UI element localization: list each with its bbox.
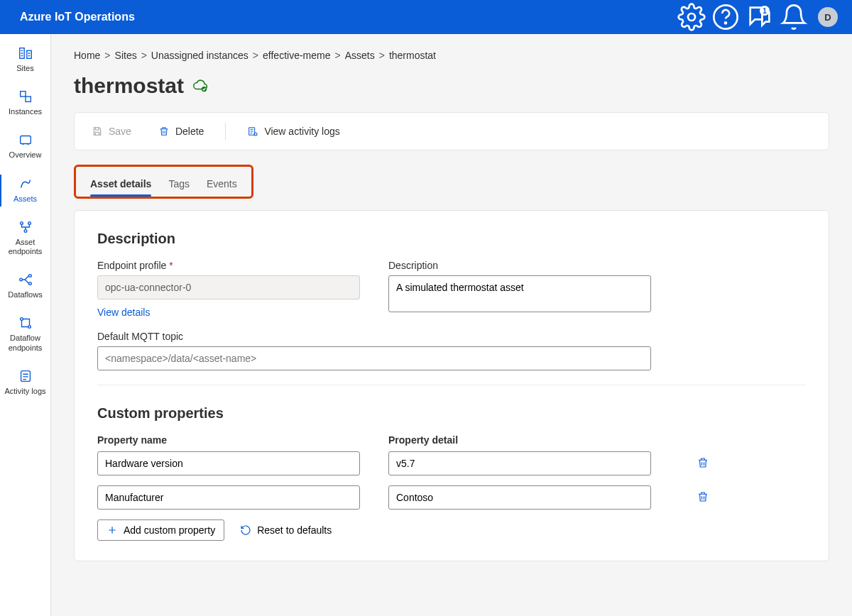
crumb-effective-meme[interactable]: effective-meme [263,50,330,61]
crumb-sites[interactable]: Sites [115,50,137,61]
cloud-sync-icon [192,78,208,94]
user-avatar[interactable]: D [818,7,838,27]
nav-assets[interactable]: Assets [0,169,50,212]
svg-point-8 [20,221,23,224]
main-content: Home > Sites > Unassigned instances > ef… [51,34,852,616]
property-name-input[interactable] [97,485,360,510]
dataflow-endpoints-icon [18,315,33,331]
tab-asset-details[interactable]: Asset details [90,174,151,197]
breadcrumb: Home > Sites > Unassigned instances > ef… [74,50,829,61]
reset-defaults-button[interactable]: Reset to defaults [237,519,340,541]
help-icon[interactable] [711,3,740,31]
svg-point-12 [28,275,31,277]
asset-endpoints-icon [18,219,33,235]
nav-instances[interactable]: Instances [0,82,50,125]
svg-point-2 [725,22,726,23]
svg-point-9 [28,221,31,224]
tab-events[interactable]: Events [207,174,237,197]
dataflows-icon [18,272,33,287]
notifications-icon[interactable] [780,3,808,31]
property-name-header: Property name [97,434,360,446]
notification-badge: 1 [760,6,770,16]
details-card: Description Endpoint profile * View deta… [74,210,829,561]
svg-rect-6 [26,97,31,101]
svg-point-11 [19,278,22,281]
settings-icon[interactable] [677,3,706,31]
crumb-home[interactable]: Home [74,50,100,61]
svg-rect-7 [20,136,31,144]
overview-icon [18,132,33,148]
top-bar: Azure IoT Operations 1 D [0,0,852,34]
endpoint-profile-label: Endpoint profile * [97,260,360,271]
feedback-icon[interactable]: 1 [746,3,774,31]
sites-icon [18,45,33,61]
tabs-highlight-box: Asset details Tags Events [74,165,253,199]
tab-tags[interactable]: Tags [168,174,190,197]
custom-property-row [97,485,806,510]
delete-button[interactable]: Delete [153,121,209,141]
svg-point-0 [688,13,695,21]
description-section-title: Description [97,231,806,247]
svg-rect-4 [26,50,31,58]
nav-sites[interactable]: Sites [0,38,50,82]
property-detail-input[interactable] [388,485,651,510]
top-actions: 1 D [677,3,838,31]
nav-overview[interactable]: Overview [0,125,50,168]
instances-icon [18,89,33,104]
activity-logs-icon [18,368,33,384]
delete-property-button[interactable] [694,488,712,508]
nav-dataflow-endpoints[interactable]: Dataflow endpoints [0,308,50,361]
crumb-current: thermostat [389,50,436,61]
svg-point-13 [28,282,31,285]
view-activity-logs-button[interactable]: View activity logs [241,121,345,141]
delete-property-button[interactable] [694,453,712,474]
endpoint-profile-input [97,275,360,299]
description-label: Description [388,260,651,271]
svg-rect-5 [20,92,25,97]
svg-point-15 [28,326,31,329]
svg-point-14 [20,318,23,321]
mqtt-topic-label: Default MQTT topic [97,331,651,342]
property-name-input[interactable] [97,451,360,475]
left-nav: Sites Instances Overview Assets Asset en… [0,34,51,616]
view-details-link[interactable]: View details [97,307,150,318]
assets-icon [18,176,33,192]
nav-activity-logs[interactable]: Activity logs [0,361,50,405]
page-title: thermostat [74,74,184,98]
app-title: Azure IoT Operations [20,11,135,23]
custom-property-row [97,451,806,475]
crumb-unassigned[interactable]: Unassigned instances [151,50,248,61]
property-detail-header: Property detail [388,434,651,446]
save-button: Save [86,121,137,141]
property-detail-input[interactable] [388,451,651,475]
crumb-assets[interactable]: Assets [345,50,375,61]
description-input[interactable]: A simulated thermostat asset [388,275,651,312]
svg-point-10 [24,229,27,232]
add-custom-property-button[interactable]: Add custom property [97,519,224,541]
nav-dataflows[interactable]: Dataflows [0,265,50,308]
action-bar: Save Delete View activity logs [74,112,829,150]
mqtt-topic-input[interactable] [97,346,651,370]
nav-asset-endpoints[interactable]: Asset endpoints [0,212,50,265]
custom-properties-title: Custom properties [97,405,806,422]
